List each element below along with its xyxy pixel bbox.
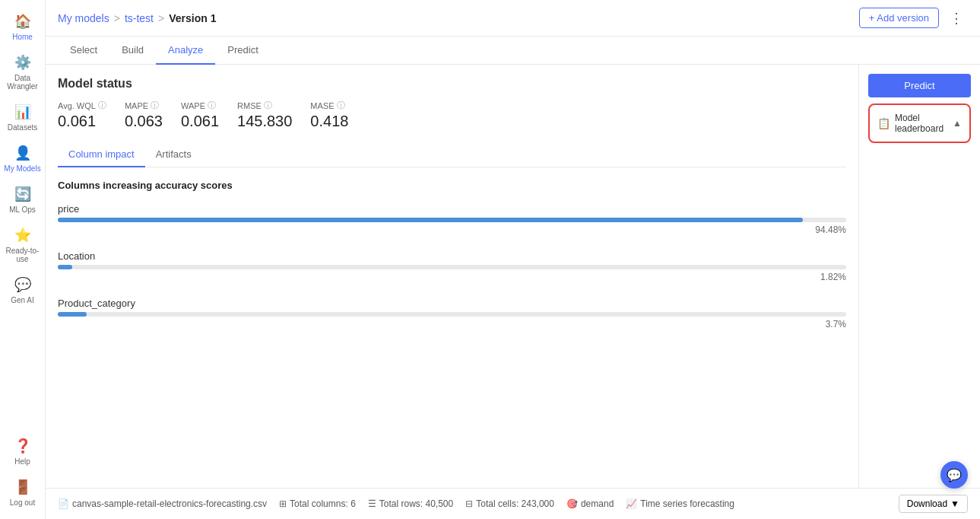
add-version-button[interactable]: + Add version	[859, 8, 939, 28]
metric-mase: MASE ⓘ 0.418	[310, 100, 348, 130]
sidebar-item-datasets[interactable]: 📊 Datasets	[0, 97, 45, 138]
breadcrumb: My models > ts-test > Version 1	[58, 12, 216, 24]
sub-tab-column-impact[interactable]: Column impact	[58, 142, 145, 167]
sub-tabs: Column impact Artifacts	[58, 142, 846, 167]
home-icon: 🏠	[14, 12, 32, 30]
gen-ai-icon: 💬	[14, 275, 32, 294]
bar-value-product-category: 3.7%	[58, 319, 846, 330]
mase-value: 0.418	[310, 113, 348, 130]
logout-icon: 🚪	[14, 478, 32, 496]
predict-button[interactable]: Predict	[868, 74, 971, 97]
target-icon: 🎯	[566, 498, 578, 509]
footer: 📄 canvas-sample-retail-electronics-forec…	[46, 488, 980, 519]
leaderboard-label: Model leaderboard	[895, 113, 953, 134]
sidebar-item-ml-ops[interactable]: 🔄 ML Ops	[0, 179, 45, 220]
sidebar-item-my-models[interactable]: 👤 My Models	[0, 138, 45, 179]
bar-row-product-category: Product_category 3.7%	[58, 298, 846, 330]
leaderboard-inner: 📋 Model leaderboard	[877, 113, 953, 134]
file-icon: 📄	[58, 498, 69, 509]
model-status-title: Model status	[58, 77, 846, 91]
section-title: Columns increasing accuracy scores	[58, 180, 846, 191]
type-icon: 📈	[626, 498, 637, 509]
data-wrangler-icon: ⚙️	[14, 53, 32, 72]
metrics-row: Avg. WQL ⓘ 0.061 MAPE ⓘ 0.063 WAPE ⓘ	[58, 100, 846, 130]
tab-analyze[interactable]: Analyze	[156, 37, 215, 65]
avg-wql-info-icon[interactable]: ⓘ	[98, 100, 106, 111]
breadcrumb-sep1: >	[114, 12, 120, 24]
metric-wape: WAPE ⓘ 0.061	[181, 100, 219, 130]
wape-info-icon[interactable]: ⓘ	[208, 100, 216, 111]
bar-label-product-category: Product_category	[58, 298, 846, 309]
more-options-button[interactable]: ⋮	[945, 8, 968, 28]
cells-icon: ⊟	[465, 498, 473, 509]
footer-left: 📄 canvas-sample-retail-electronics-forec…	[58, 498, 734, 509]
breadcrumb-current: Version 1	[169, 12, 216, 24]
bar-fill-price	[58, 218, 803, 222]
footer-rows: ☰ Total rows: 40,500	[368, 498, 453, 509]
footer-columns: ⊞ Total columns: 6	[279, 498, 356, 509]
chat-icon: 💬	[947, 468, 962, 482]
breadcrumb-root[interactable]: My models	[58, 12, 109, 24]
bar-fill-product-category	[58, 312, 87, 317]
sidebar: 🏠 Home ⚙️ Data Wrangler 📊 Datasets 👤 My …	[0, 0, 46, 519]
bar-label-price: price	[58, 203, 846, 215]
sidebar-item-home[interactable]: 🏠 Home	[0, 6, 45, 47]
tab-build[interactable]: Build	[109, 37, 156, 65]
bar-row-price: price 94.48%	[58, 203, 846, 235]
tab-predict[interactable]: Predict	[215, 37, 270, 65]
avg-wql-value: 0.061	[58, 113, 106, 130]
mase-info-icon[interactable]: ⓘ	[337, 100, 345, 111]
wape-value: 0.061	[181, 113, 219, 130]
tab-select[interactable]: Select	[58, 37, 109, 65]
help-icon: ❓	[14, 437, 32, 455]
sidebar-bottom: ❓ Help 🚪 Log out	[7, 431, 38, 513]
right-panel: Predict 📋 Model leaderboard ▲	[858, 65, 980, 488]
ml-ops-icon: 🔄	[14, 185, 32, 203]
footer-type: 📈 Time series forecasting	[626, 498, 734, 509]
sidebar-item-data-wrangler[interactable]: ⚙️ Data Wrangler	[0, 47, 45, 97]
rmse-value: 145.830	[237, 113, 292, 130]
metric-mape: MAPE ⓘ 0.063	[125, 100, 163, 130]
leaderboard-icon: 📋	[877, 117, 890, 129]
bar-value-location: 1.82%	[58, 272, 846, 282]
metric-avg-wql: Avg. WQL ⓘ 0.061	[58, 100, 106, 130]
bar-track-product-category	[58, 312, 846, 317]
bar-track-location	[58, 265, 846, 269]
chevron-up-icon: ▲	[953, 118, 962, 129]
bar-value-price: 94.48%	[58, 224, 846, 235]
sidebar-item-gen-ai[interactable]: 💬 Gen AI	[0, 269, 45, 310]
sidebar-item-logout[interactable]: 🚪 Log out	[7, 472, 38, 513]
model-leaderboard-panel[interactable]: 📋 Model leaderboard ▲	[868, 103, 971, 143]
chevron-down-icon: ▼	[950, 498, 959, 509]
footer-cells: ⊟ Total cells: 243,000	[465, 498, 554, 509]
chat-fab-button[interactable]: 💬	[940, 461, 968, 489]
bar-track-price	[58, 218, 846, 222]
sub-tab-artifacts[interactable]: Artifacts	[145, 142, 202, 167]
columns-icon: ⊞	[279, 498, 287, 509]
bar-row-location: Location 1.82%	[58, 250, 846, 282]
footer-target: 🎯 demand	[566, 498, 614, 509]
ready-to-use-icon: ⭐	[14, 226, 32, 244]
datasets-icon: 📊	[14, 103, 32, 121]
breadcrumb-sep2: >	[158, 12, 164, 24]
main-tabs: Select Build Analyze Predict	[46, 37, 980, 65]
main-panel: My models > ts-test > Version 1 + Add ve…	[46, 0, 980, 519]
mape-value: 0.063	[125, 113, 163, 130]
rows-icon: ☰	[368, 498, 376, 509]
mape-info-icon[interactable]: ⓘ	[151, 100, 159, 111]
bar-label-location: Location	[58, 250, 846, 262]
header-actions: + Add version ⋮	[859, 8, 968, 28]
footer-file: 📄 canvas-sample-retail-electronics-forec…	[58, 498, 267, 509]
rmse-info-icon[interactable]: ⓘ	[264, 100, 272, 111]
sidebar-item-help[interactable]: ❓ Help	[7, 431, 38, 472]
content-area: Model status Avg. WQL ⓘ 0.061 MAPE ⓘ 0.0…	[46, 65, 980, 488]
header: My models > ts-test > Version 1 + Add ve…	[46, 0, 980, 37]
breadcrumb-model[interactable]: ts-test	[125, 12, 154, 24]
download-button[interactable]: Download ▼	[899, 495, 968, 513]
sidebar-item-ready-to-use[interactable]: ⭐ Ready-to-use	[0, 220, 45, 269]
my-models-icon: 👤	[14, 144, 32, 162]
left-panel: Model status Avg. WQL ⓘ 0.061 MAPE ⓘ 0.0…	[46, 65, 858, 488]
bar-fill-location	[58, 265, 72, 269]
metric-rmse: RMSE ⓘ 145.830	[237, 100, 292, 130]
